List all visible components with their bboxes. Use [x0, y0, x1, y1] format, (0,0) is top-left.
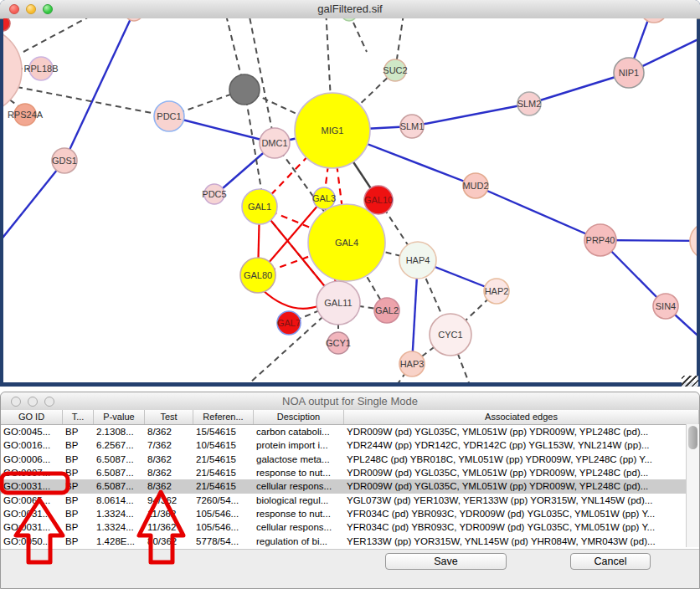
- graph-edge-blue[interactable]: [169, 116, 275, 143]
- graph-edge-blue[interactable]: [3, 161, 64, 241]
- node-gray[interactable]: [229, 74, 260, 105]
- graph-edge-gray[interactable]: [23, 18, 105, 52]
- table-cell: YER133W (pp) YOR315W, YNL145W (pd) YHR08…: [344, 535, 699, 548]
- column-header-goid[interactable]: GO ID: [1, 410, 63, 424]
- table-cell: YDR009W (pd) YGL035C, YML051W (pp) YDR00…: [344, 466, 699, 479]
- table-cell: 6.5087...: [94, 453, 145, 466]
- table-cell: 11/362: [145, 507, 193, 520]
- table-cell: BP: [63, 453, 94, 466]
- table-cell: GO:0050...: [1, 535, 63, 548]
- table-cell: 7/362: [145, 438, 193, 452]
- node-label-dmc1: DMC1: [261, 138, 287, 148]
- table-row[interactable]: GO:0006...BP6.5087...8/36221/54615galact…: [1, 453, 699, 466]
- column-header-referen[interactable]: Referen...: [193, 410, 254, 424]
- column-header-t[interactable]: T...: [63, 410, 94, 424]
- table-cell: 80/362: [145, 535, 193, 548]
- table-cell: GO:0031...: [1, 507, 63, 520]
- network-graph[interactable]: RPL18BRPS24AGDS1PDC1DMC1MIG1SUC2SLM1SLM2…: [3, 18, 697, 382]
- table-cell: 5778/54...: [193, 535, 254, 548]
- table-cell: YDR009W (pd) YGL035C, YML051W (pp) YDR00…: [344, 479, 699, 493]
- table-cell: 8/362: [145, 453, 193, 466]
- table-row[interactable]: GO:0065...BP8.0614...94/3627260/54...bio…: [1, 494, 699, 507]
- cancel-button[interactable]: Cancel: [570, 553, 651, 570]
- column-header-desciption[interactable]: Desciption: [254, 410, 344, 424]
- table-cell: cellular respons...: [254, 479, 344, 493]
- node-label-gal2: GAL2: [375, 305, 399, 315]
- node-label-pdc1: PDC1: [157, 111, 181, 121]
- table-cell: 105/546...: [193, 520, 254, 534]
- table-cell: regulation of bi...: [254, 535, 344, 548]
- results-table: GO IDT...P-valueTestReferen...Desciption…: [1, 410, 699, 549]
- table-cell: response to nut...: [254, 466, 344, 479]
- network-canvas[interactable]: RPL18BRPS24AGDS1PDC1DMC1MIG1SUC2SLM1SLM2…: [3, 18, 697, 382]
- table-row[interactable]: GO:0031...BP6.5087...8/36221/54615cellul…: [1, 479, 699, 493]
- table-cell: BP: [63, 466, 94, 479]
- network-window-titlebar[interactable]: galFiltered.sif: [0, 0, 700, 19]
- screen: galFiltered.sif RPL18BRPS24AGDS1PDC1DMC1…: [0, 0, 700, 589]
- node-label-gal1: GAL1: [248, 202, 271, 212]
- table-cell: GO:0045...: [1, 425, 63, 438]
- node-label-hap3: HAP3: [400, 359, 425, 369]
- table-row[interactable]: GO:0050...BP1.428E...80/3625778/54...reg…: [1, 535, 699, 548]
- resize-grip[interactable]: [682, 376, 698, 387]
- table-cell: YGL073W (pd) YER103W, YER133W (pp) YOR31…: [344, 494, 699, 507]
- graph-edge-blue[interactable]: [412, 104, 529, 126]
- table-cell: 21/54615: [193, 466, 254, 479]
- table-cell: 1.3324...: [94, 520, 145, 534]
- node-msi[interactable]: [690, 223, 697, 259]
- partial-node-top-pink1[interactable]: [125, 18, 143, 21]
- partial-node-red-corner[interactable]: [3, 18, 10, 31]
- column-header-pvalue[interactable]: P-value: [94, 410, 145, 424]
- table-cell: biological regul...: [254, 494, 344, 507]
- partial-node-top-green[interactable]: [342, 18, 357, 21]
- node-label-gal3: GAL3: [312, 193, 336, 203]
- save-button[interactable]: Save: [385, 553, 507, 570]
- table-row[interactable]: GO:0045...BP2.1308...8/36215/54615carbon…: [1, 425, 699, 438]
- table-row[interactable]: GO:0016...BP6.2567...7/36210/54615protei…: [1, 438, 699, 452]
- table-cell: protein import i...: [254, 438, 344, 452]
- table-cell: 105/546...: [193, 507, 254, 520]
- scrollbar-thumb[interactable]: [688, 426, 697, 449]
- table-cell: GO:0031...: [1, 520, 63, 534]
- node-label-gal4: GAL4: [335, 238, 358, 248]
- table-cell: 2.1308...: [94, 425, 145, 438]
- table-row[interactable]: GO:0007...BP6.5087...8/36221/54615respon…: [1, 466, 699, 479]
- table-row[interactable]: GO:0031...BP1.3324...11/362105/546...cel…: [1, 520, 699, 534]
- table-cell: 21/54615: [193, 453, 254, 466]
- graph-edge-gray[interactable]: [349, 18, 367, 52]
- node-label-rpl18b: RPL18B: [24, 64, 59, 74]
- node-label-gds1: GDS1: [52, 156, 77, 166]
- column-header-test[interactable]: Test: [145, 410, 193, 424]
- noa-window-titlebar[interactable]: NOA output for Single Mode: [1, 392, 699, 411]
- table-cell: YPL248C (pd) YBR018C, YML051W (pp) YDR00…: [344, 453, 699, 466]
- node-label-sin4: SIN4: [656, 301, 676, 311]
- partial-node-big-pink[interactable]: [3, 27, 22, 114]
- graph-edge-red[interactable]: [263, 290, 320, 309]
- table-cell: YFR034C (pd) YBR093C, YDR009W (pd) YGL03…: [344, 520, 699, 534]
- node-label-slm2: SLM2: [517, 99, 542, 109]
- noa-window-title: NOA output for Single Mode: [1, 395, 699, 407]
- table-cell: 6.5087...: [94, 479, 145, 493]
- node-label-suc2: SUC2: [383, 65, 407, 75]
- table-row[interactable]: GO:0031...BP1.3324...11/362105/546...res…: [1, 507, 699, 520]
- graph-edge-blue[interactable]: [476, 186, 600, 240]
- table-cell: GO:0031...: [1, 479, 63, 493]
- table-cell: 94/362: [145, 494, 193, 507]
- table-cell: BP: [63, 535, 94, 548]
- column-header-associatededges[interactable]: Associated edges: [344, 410, 699, 424]
- graph-edge-blue[interactable]: [64, 18, 134, 161]
- table-cell: 21/54615: [193, 479, 254, 493]
- node-label-mig1: MIG1: [322, 125, 344, 136]
- node-label-rps24a: RPS24A: [8, 110, 44, 120]
- window-title: galFiltered.sif: [0, 3, 700, 15]
- partial-node-top-pink2[interactable]: [641, 18, 667, 23]
- table-cell: GO:0006...: [1, 453, 63, 466]
- table-cell: BP: [63, 494, 94, 507]
- table-cell: BP: [63, 438, 94, 452]
- table-cell: 8/362: [145, 425, 193, 438]
- vertical-scrollbar[interactable]: [686, 424, 699, 547]
- table-header-row: GO IDT...P-valueTestReferen...Desciption…: [1, 410, 699, 425]
- table-cell: 6.2567...: [94, 438, 145, 452]
- table-cell: 10/54615: [193, 438, 254, 452]
- table-cell: 15/54615: [193, 425, 254, 438]
